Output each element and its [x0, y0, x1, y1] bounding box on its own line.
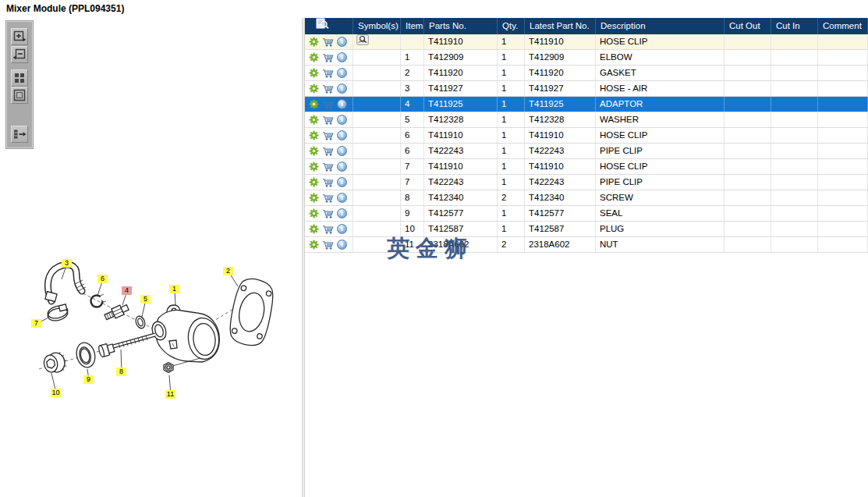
diagram-callout-5[interactable]: 5 — [140, 295, 151, 304]
description-cell: GASKET — [596, 66, 725, 80]
cart-icon[interactable] — [322, 67, 334, 79]
cut-out-cell — [725, 175, 771, 190]
gear-icon[interactable] — [308, 176, 320, 188]
row-actions-cell — [305, 222, 353, 236]
gear-icon[interactable] — [308, 36, 320, 48]
table-row[interactable]: 5 T412328 1 T412328 WASHER — [305, 112, 868, 128]
info-icon[interactable] — [336, 192, 348, 204]
table-row[interactable]: 7 T422243 1 T422243 PIPE CLIP — [305, 175, 868, 190]
latest-part-no-column-header: Latest Part No. — [525, 18, 596, 34]
cart-icon[interactable] — [322, 98, 334, 110]
book-magnifier-icon[interactable] — [356, 34, 369, 49]
cut-in-cell — [771, 66, 818, 80]
diagram-callout-7[interactable]: 7 — [31, 319, 41, 328]
symbol-cell — [353, 34, 401, 49]
gear-icon[interactable] — [308, 208, 320, 219]
gear-icon[interactable] — [308, 83, 320, 94]
gear-icon[interactable] — [308, 145, 320, 157]
table-row[interactable]: 4 T411925 1 T411925 ADAPTOR — [305, 97, 868, 112]
info-icon[interactable] — [336, 223, 348, 235]
diagram-callout-11[interactable]: 11 — [165, 390, 175, 399]
latest-part-no-cell: T412587 — [525, 222, 596, 236]
gear-icon[interactable] — [308, 161, 320, 172]
diagram-callout-1[interactable]: 1 — [169, 285, 179, 293]
info-icon[interactable] — [336, 176, 348, 188]
table-row[interactable]: T411910 1 T411910 HOSE CLIP — [305, 34, 868, 50]
table-row[interactable]: 1 T412909 1 T412909 ELBOW — [305, 50, 868, 66]
gear-icon[interactable] — [308, 67, 320, 79]
table-row[interactable]: 8 T412340 2 T412340 SCREW — [305, 190, 868, 206]
gear-icon[interactable] — [308, 51, 320, 63]
description-cell: HOSE CLIP — [596, 128, 725, 143]
tile-views-button[interactable] — [11, 69, 28, 87]
diagram-callout-3[interactable]: 3 — [62, 259, 72, 268]
info-icon[interactable] — [336, 67, 348, 79]
table-row[interactable]: 3 T411927 1 T411927 HOSE - AIR — [305, 81, 868, 97]
info-icon[interactable] — [336, 161, 348, 172]
diagram-callout-8[interactable]: 8 — [116, 367, 126, 376]
toggle-panel-button[interactable] — [11, 126, 28, 143]
parts-no-cell: T422243 — [424, 144, 498, 158]
table-row[interactable]: 9 T412577 1 T412577 SEAL — [305, 206, 868, 222]
info-icon[interactable] — [336, 98, 348, 110]
cart-icon[interactable] — [322, 51, 334, 63]
info-icon[interactable] — [336, 83, 348, 94]
zoom-in-button[interactable] — [11, 28, 28, 45]
info-icon[interactable] — [336, 239, 348, 250]
cart-icon[interactable] — [322, 36, 334, 48]
cart-icon[interactable] — [322, 114, 334, 126]
diagram-callout-6[interactable]: 6 — [97, 275, 108, 283]
item-cell: 7 — [401, 175, 424, 190]
gear-icon[interactable] — [308, 223, 320, 235]
zoom-out-button[interactable] — [11, 46, 28, 63]
cart-icon[interactable] — [322, 161, 334, 172]
comment-cell — [818, 112, 868, 127]
tile-views-icon — [12, 71, 27, 85]
zoom-out-icon — [12, 48, 27, 62]
gear-icon[interactable] — [308, 98, 320, 110]
symbol-cell — [353, 175, 401, 190]
latest-part-no-cell: T411925 — [525, 97, 596, 112]
cart-icon[interactable] — [322, 176, 334, 188]
cart-icon[interactable] — [322, 130, 334, 141]
diagram-callout-10[interactable]: 10 — [51, 389, 61, 397]
info-icon[interactable] — [336, 114, 348, 126]
qty-cell: 1 — [498, 206, 525, 221]
comment-cell — [818, 34, 868, 49]
table-row[interactable]: 10 T412587 1 T412587 PLUG — [305, 222, 868, 237]
cart-icon[interactable] — [322, 208, 334, 219]
info-icon[interactable] — [336, 36, 348, 48]
row-actions-cell — [305, 112, 353, 127]
cart-icon[interactable] — [322, 83, 334, 94]
illustration-toolbox — [6, 21, 33, 148]
cart-icon[interactable] — [322, 223, 334, 235]
cut-out-cell — [725, 66, 771, 80]
gear-icon[interactable] — [308, 114, 320, 126]
info-icon[interactable] — [336, 208, 348, 219]
table-row[interactable]: 7 T411910 1 T411910 HOSE CLIP — [305, 159, 868, 175]
cart-icon[interactable] — [322, 192, 334, 204]
qty-cell: 1 — [498, 112, 525, 127]
symbol-cell — [353, 66, 401, 80]
gear-icon[interactable] — [308, 239, 320, 250]
cart-icon[interactable] — [322, 239, 334, 250]
gear-icon[interactable] — [308, 130, 320, 141]
gear-icon[interactable] — [308, 192, 320, 204]
symbol-cell — [353, 222, 401, 236]
toggle-panel-icon — [12, 127, 27, 141]
table-row[interactable]: 6 T422243 1 T422243 PIPE CLIP — [305, 144, 868, 159]
cart-icon[interactable] — [322, 145, 334, 157]
latest-part-no-cell: T411910 — [525, 34, 596, 49]
diagram-callout-4[interactable]: 4 — [122, 286, 132, 295]
diagram-callout-9[interactable]: 9 — [83, 375, 94, 384]
table-row[interactable]: 11 2318A602 2 2318A602 NUT — [305, 237, 868, 253]
info-icon[interactable] — [336, 130, 348, 141]
info-icon[interactable] — [336, 51, 348, 63]
comment-cell — [818, 66, 868, 80]
info-icon[interactable] — [336, 145, 348, 157]
preview-column-header — [305, 18, 353, 34]
diagram-callout-2[interactable]: 2 — [223, 267, 233, 275]
fit-view-button[interactable] — [11, 87, 28, 104]
table-row[interactable]: 2 T411920 1 T411920 GASKET — [305, 66, 868, 81]
table-row[interactable]: 6 T411910 1 T411910 HOSE CLIP — [305, 128, 868, 144]
